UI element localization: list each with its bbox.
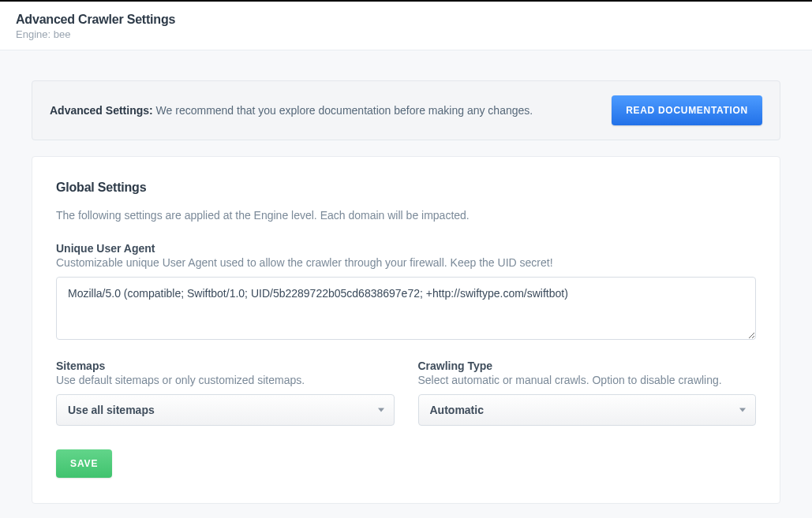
select-row: Sitemaps Use default sitemaps or only cu… xyxy=(56,360,756,426)
chevron-down-icon xyxy=(739,408,746,412)
card-description: The following settings are applied at th… xyxy=(56,209,756,222)
crawling-type-select[interactable]: Automatic xyxy=(418,394,757,426)
sitemaps-label: Sitemaps xyxy=(56,360,395,372)
crawling-type-label: Crawling Type xyxy=(418,360,757,372)
card-title: Global Settings xyxy=(56,181,756,195)
user-agent-help: Customizable unique User Agent used to a… xyxy=(56,256,756,269)
save-button[interactable]: SAVE xyxy=(56,449,112,478)
crawling-type-help: Select automatic or manual crawls. Optio… xyxy=(418,374,757,386)
crawling-type-field: Crawling Type Select automatic or manual… xyxy=(418,360,757,426)
sitemaps-field: Sitemaps Use default sitemaps or only cu… xyxy=(56,360,395,426)
crawling-type-selected-value: Automatic xyxy=(430,404,484,416)
banner-text: Advanced Settings: We recommend that you… xyxy=(50,104,533,117)
sitemaps-select[interactable]: Use all sitemaps xyxy=(56,394,395,426)
sitemaps-help: Use default sitemaps or only customized … xyxy=(56,374,395,386)
page-header: Advanced Crawler Settings Engine: bee xyxy=(0,2,812,50)
read-documentation-button[interactable]: READ DOCUMENTATION xyxy=(612,95,762,125)
user-agent-label: Unique User Agent xyxy=(56,242,756,255)
chevron-down-icon xyxy=(378,408,384,412)
user-agent-field: Unique User Agent Customizable unique Us… xyxy=(56,242,756,342)
banner-strong: Advanced Settings: xyxy=(50,104,153,117)
user-agent-textarea[interactable] xyxy=(56,277,756,340)
info-banner: Advanced Settings: We recommend that you… xyxy=(32,80,780,140)
content-area: Advanced Settings: We recommend that you… xyxy=(0,50,812,518)
page-title: Advanced Crawler Settings xyxy=(16,13,796,27)
banner-message: We recommend that you explore documentat… xyxy=(153,104,533,117)
engine-label: Engine: bee xyxy=(16,28,796,40)
sitemaps-selected-value: Use all sitemaps xyxy=(68,404,155,416)
global-settings-card: Global Settings The following settings a… xyxy=(32,156,780,504)
